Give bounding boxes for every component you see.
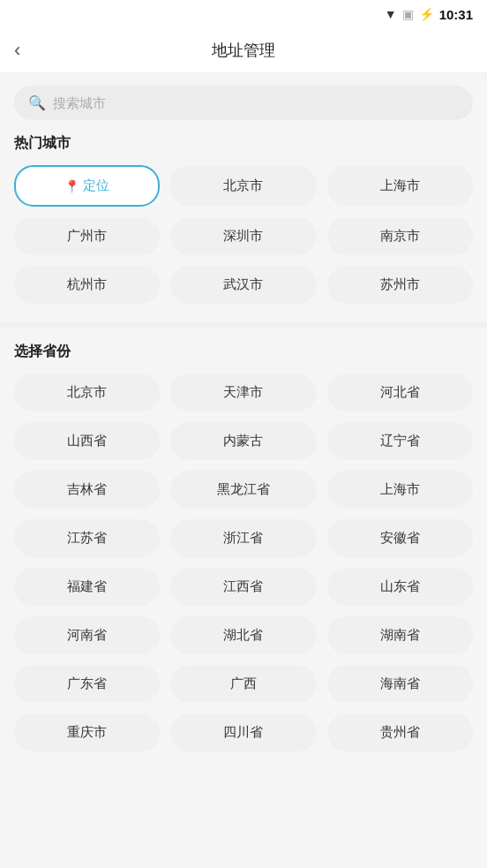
province-item[interactable]: 黑龙江省: [170, 471, 316, 509]
province-item[interactable]: 浙江省: [170, 519, 316, 557]
city-item[interactable]: 南京市: [327, 217, 473, 255]
province-item[interactable]: 重庆市: [14, 713, 160, 751]
city-item[interactable]: 深圳市: [170, 217, 316, 255]
signal-icon: ▣: [402, 7, 414, 21]
city-item[interactable]: 广州市: [14, 217, 160, 255]
province-item[interactable]: 海南省: [327, 665, 473, 703]
status-bar: ▼ ▣ ⚡ 10:31: [0, 0, 487, 28]
location-button[interactable]: 📍 定位: [14, 165, 160, 207]
time-display: 10:31: [439, 7, 473, 22]
province-item[interactable]: 辽宁省: [327, 422, 473, 460]
province-item[interactable]: 江西省: [170, 568, 316, 606]
province-item[interactable]: 广西: [170, 665, 316, 703]
province-item[interactable]: 广东省: [14, 665, 160, 703]
province-item[interactable]: 福建省: [14, 568, 160, 606]
back-button[interactable]: ‹: [14, 39, 46, 62]
province-item[interactable]: 内蒙古: [170, 422, 316, 460]
location-label: 定位: [83, 177, 109, 194]
city-item[interactable]: 上海市: [327, 165, 473, 207]
city-item[interactable]: 杭州市: [14, 266, 160, 304]
province-item[interactable]: 河北省: [327, 374, 473, 411]
search-input[interactable]: [53, 95, 459, 110]
province-item[interactable]: 上海市: [327, 471, 473, 509]
province-item[interactable]: 江苏省: [14, 519, 160, 557]
province-item[interactable]: 贵州省: [327, 713, 473, 751]
search-icon: 🔍: [28, 94, 46, 111]
province-item[interactable]: 四川省: [170, 713, 316, 751]
wifi-icon: ▼: [385, 7, 397, 21]
location-icon: 📍: [64, 179, 79, 193]
province-item[interactable]: 湖北省: [170, 616, 316, 654]
search-bar: 🔍: [14, 86, 473, 120]
province-item[interactable]: 北京市: [14, 374, 160, 411]
hot-cities-title: 热门城市: [14, 134, 473, 153]
city-item[interactable]: 苏州市: [327, 266, 473, 304]
province-section: 选择省份 北京市 天津市 河北省 山西省 内蒙古 辽宁省 吉林省 黑龙江省 上海…: [0, 343, 487, 769]
province-title: 选择省份: [14, 343, 473, 361]
province-item[interactable]: 安徽省: [327, 519, 473, 557]
province-item[interactable]: 吉林省: [14, 471, 160, 509]
page-title: 地址管理: [212, 40, 275, 61]
province-item[interactable]: 河南省: [14, 616, 160, 654]
city-item[interactable]: 北京市: [170, 165, 316, 207]
hot-cities-section: 热门城市 📍 定位 北京市 上海市 广州市 深圳市 南京市 杭州市 武汉市 苏州…: [0, 134, 487, 321]
battery-icon: ⚡: [419, 7, 434, 21]
hot-cities-grid: 📍 定位 北京市 上海市 广州市 深圳市 南京市 杭州市 武汉市 苏州市: [14, 165, 473, 304]
province-item[interactable]: 山西省: [14, 422, 160, 460]
province-item[interactable]: 山东省: [327, 568, 473, 606]
province-grid: 北京市 天津市 河北省 山西省 内蒙古 辽宁省 吉林省 黑龙江省 上海市 江苏省…: [14, 374, 473, 751]
header: ‹ 地址管理: [0, 28, 487, 73]
province-item[interactable]: 天津市: [170, 374, 316, 411]
province-item[interactable]: 湖南省: [327, 616, 473, 654]
section-divider: [0, 321, 487, 328]
city-item[interactable]: 武汉市: [170, 266, 316, 304]
